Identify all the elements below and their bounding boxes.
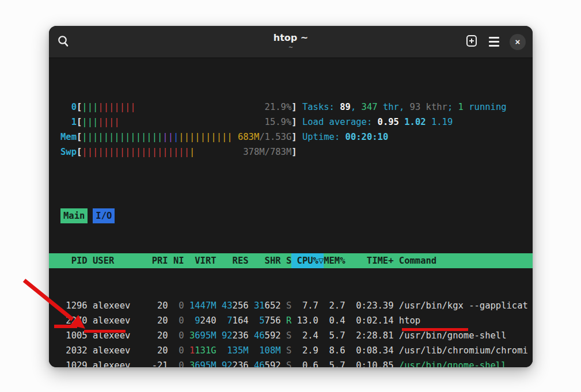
cell-mem: 5.7 xyxy=(324,328,345,343)
meter-bar-group: | xyxy=(189,147,195,157)
column-header-mem[interactable]: MEM% xyxy=(324,253,345,268)
cell-user: alexeev xyxy=(88,298,141,313)
column-header-pid[interactable]: PID xyxy=(60,253,88,268)
column-header-shr[interactable]: SHR xyxy=(249,253,281,268)
text-segment: thr xyxy=(378,102,399,112)
cell-user: alexeev xyxy=(88,343,141,358)
text-segment: 2.7 xyxy=(329,300,345,311)
process-row[interactable]: 2270alexeev200924071645756R13.0 0.40:02.… xyxy=(49,313,533,328)
text-segment: 1447M xyxy=(189,300,217,311)
text-segment: 1296 xyxy=(66,300,87,311)
cell-time: 0:08.34 xyxy=(345,343,394,358)
text-segment: 0:08.34 xyxy=(356,345,393,356)
text-segment: 108M xyxy=(259,345,280,356)
text-segment: Uptime: xyxy=(302,132,345,142)
tab-main[interactable]: Main xyxy=(60,208,88,223)
cell-virt: 9240 xyxy=(184,313,217,328)
text-segment: R xyxy=(286,315,291,326)
text-segment: 31 xyxy=(254,300,265,311)
cell-virt: 1447M xyxy=(184,298,217,313)
tasks-line: Tasks: 89, 347 thr, 93 kthr; 1 running xyxy=(302,100,507,115)
meter-label: 0 xyxy=(60,100,77,115)
text-segment: 0.95 xyxy=(378,117,405,127)
titlebar: htop ~ ~ × xyxy=(49,26,533,58)
cell-time: 0:02.14 xyxy=(345,313,394,328)
screen-tabs: MainI/O xyxy=(49,208,533,223)
text-segment: 20 xyxy=(157,300,168,311)
column-header-pri[interactable]: PRI xyxy=(141,253,168,268)
search-button[interactable] xyxy=(57,35,70,49)
cell-s: R xyxy=(281,313,292,328)
text-segment: 236 xyxy=(233,360,249,367)
text-segment: 164 xyxy=(233,315,249,326)
text-segment: 683M xyxy=(238,132,259,142)
cell-res: 43256 xyxy=(217,298,249,313)
menu-button[interactable] xyxy=(489,37,499,47)
meter-close-bracket: ] xyxy=(291,100,297,115)
cell-shr: 46592 xyxy=(249,328,281,343)
text-segment: 20 xyxy=(157,330,168,341)
text-segment: 8.6 xyxy=(329,345,345,356)
text-segment: alexeev xyxy=(93,345,130,356)
meter-label: Swp xyxy=(60,144,77,159)
text-segment: alexeev xyxy=(93,330,130,341)
cell-time: 0:10.85 xyxy=(345,358,394,367)
cell-ni: 0 xyxy=(168,343,184,358)
meter-open-bracket: [ xyxy=(77,130,82,144)
search-icon xyxy=(57,35,70,49)
text-segment: 0:23.39 xyxy=(356,300,393,311)
window-subtitle: ~ xyxy=(288,44,293,51)
new-tab-button[interactable] xyxy=(465,34,479,50)
cell-sep xyxy=(318,358,324,367)
cell-pid: 1005 xyxy=(60,328,88,343)
column-header-s[interactable]: S xyxy=(281,253,292,268)
cell-time: 2:28.81 xyxy=(345,328,394,343)
column-header-res[interactable]: RES xyxy=(217,253,249,268)
meter-bar-group: |||| xyxy=(98,117,119,127)
text-segment: ; xyxy=(447,102,458,112)
text-segment: Tasks: xyxy=(302,102,340,112)
cell-s: S xyxy=(281,343,292,358)
close-button[interactable]: × xyxy=(510,34,526,50)
text-segment: 1.19 xyxy=(431,117,453,127)
meter-label: 1 xyxy=(60,115,77,130)
text-segment: 347 xyxy=(362,102,378,112)
process-row[interactable]: 1029alexeev-2103695M9223646592S0.6 5.70:… xyxy=(49,358,533,367)
text-segment: 378M/783M xyxy=(243,147,291,157)
cell-ni: 0 xyxy=(168,298,184,313)
cell-pid: 1296 xyxy=(60,298,88,313)
cell-res: 92236 xyxy=(217,358,249,367)
text-segment: 5 xyxy=(259,315,264,326)
hamburger-icon xyxy=(489,37,499,47)
process-row[interactable]: 1005alexeev2003695M9223646592S2.4 5.72:2… xyxy=(49,328,533,343)
meter-row-swp: Swp[|||||||||||||||||||||378M/783M] xyxy=(60,144,297,159)
text-segment: 20 xyxy=(157,315,168,326)
cell-pid: 2032 xyxy=(60,343,88,358)
column-header-cmd[interactable]: Command xyxy=(394,253,533,268)
cell-ni: 0 xyxy=(168,358,184,367)
text-segment: , xyxy=(399,102,410,112)
column-header-cpu[interactable]: CPU% xyxy=(291,253,318,268)
text-segment: 2270 xyxy=(66,315,87,326)
text-segment: 695M xyxy=(195,360,216,367)
text-segment: 1 xyxy=(189,345,195,356)
meter-value: 15.9% xyxy=(265,115,292,130)
text-segment: 0:10.85 xyxy=(356,360,393,367)
text-segment: , xyxy=(351,102,362,112)
column-header-time[interactable]: TIME+ xyxy=(345,253,394,268)
tab-io[interactable]: I/O xyxy=(93,208,115,223)
cell-cpu: 2.9 xyxy=(291,343,318,358)
text-segment: 131G xyxy=(195,345,216,356)
process-row[interactable]: 2032alexeev2001131G135M108MS2.9 8.60:08.… xyxy=(49,343,533,358)
meter-row-1: 1[|||||||15.9%] xyxy=(60,115,297,130)
column-header-ni[interactable]: NI xyxy=(168,253,184,268)
process-table: 1296alexeev2001447M4325631652S7.7 2.70:2… xyxy=(49,298,533,367)
cell-cmd: /usr/bin/gnome-shell xyxy=(394,328,533,343)
cell-ni: 0 xyxy=(168,328,184,343)
process-row[interactable]: 1296alexeev2001447M4325631652S7.7 2.70:2… xyxy=(49,298,533,313)
cell-cpu: 0.6 xyxy=(291,358,318,367)
meter-close-bracket: ] xyxy=(291,144,297,159)
column-header-virt[interactable]: VIRT xyxy=(184,253,217,268)
column-header-user[interactable]: USER xyxy=(88,253,141,268)
meter-bar-group: || xyxy=(162,132,173,142)
